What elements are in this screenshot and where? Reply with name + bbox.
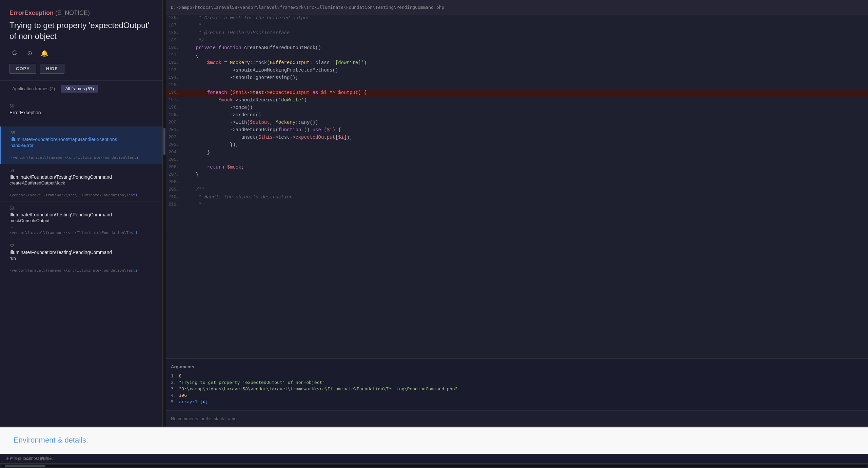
code-line: 207. }: [163, 172, 868, 179]
app-frames-button[interactable]: Application frames (2): [9, 85, 58, 93]
code-line: 192. $mock = Mockery::mock(BufferedOutpu…: [163, 60, 868, 67]
frame-class: Illuminate\Foundation\Testing\PendingCom…: [9, 174, 153, 180]
code-line: 191. {: [163, 52, 868, 60]
bottom-scrollbar[interactable]: [0, 463, 868, 468]
code-line: 208.: [163, 179, 868, 187]
code-line: 205.: [163, 157, 868, 164]
frame-item[interactable]: 53 Illuminate\Foundation\Testing\Pending…: [0, 202, 162, 239]
bottom-scroll-thumb: [5, 465, 45, 467]
frame-number: 55: [11, 131, 153, 135]
frame-dots: ...: [9, 223, 153, 229]
frames-list: 56 ErrorException ... 55 Illuminate\Foun…: [0, 97, 162, 427]
error-message: Trying to get property 'expectedOutput' …: [9, 20, 153, 42]
frame-method: run: [9, 256, 153, 261]
bottom-scroll-track: [1, 465, 867, 467]
frame-class: Illuminate\Foundation\Bootstrap\HandleEx…: [11, 137, 153, 142]
frame-class: Illuminate\Foundation\Testing\PendingCom…: [9, 250, 153, 255]
google-icon[interactable]: G: [9, 48, 20, 58]
error-code: (E_NOTICE): [55, 9, 90, 16]
hide-button[interactable]: HIDE: [40, 64, 64, 74]
copy-button[interactable]: COPY: [9, 64, 36, 74]
frame-item[interactable]: 52 Illuminate\Foundation\Testing\Pending…: [0, 239, 162, 277]
code-line: 193. ->shouldAllowMockingProtectedMethod…: [163, 67, 868, 75]
code-line: 202. unset($this->test->expectedOutput[$…: [163, 134, 868, 142]
status-text: 正在等待 localhost 的响应...: [5, 456, 56, 462]
frame-dots: ...: [9, 261, 153, 267]
argument-line: 3. "D:\xampp\htdocs\Laravel58\vendor\lar…: [171, 386, 860, 392]
argument-line: 1. 8: [171, 373, 860, 379]
code-line: 187. *: [163, 22, 868, 30]
frame-number: 52: [9, 243, 153, 248]
code-line: 188. * @return \Mockery\MockInterface: [163, 30, 868, 37]
error-icons: G ⊙ 🔔: [9, 48, 153, 58]
left-scrollbar[interactable]: [163, 0, 166, 427]
share-icon[interactable]: 🔔: [39, 48, 50, 58]
code-line: 211. *: [163, 201, 868, 209]
frame-item[interactable]: 55 Illuminate\Foundation\Bootstrap\Handl…: [0, 126, 162, 164]
no-comments: No comments for this stack frame.: [163, 410, 868, 427]
error-type: ErrorException (E_NOTICE): [9, 9, 153, 17]
code-viewer[interactable]: 186. * Create a mock for the buffered ou…: [163, 15, 868, 358]
stackoverflow-icon[interactable]: ⊙: [24, 48, 35, 58]
frame-path: \vendor\laravel\framework\src\Illuminate…: [9, 231, 153, 235]
code-line: 206. return $mock;: [163, 164, 868, 172]
frame-path: \vendor\laravel\framework\src\Illuminate…: [9, 193, 153, 197]
environment-section: Environment & details:: [0, 427, 868, 454]
code-line: 200. ->with($output, Mockery::any()): [163, 119, 868, 127]
code-line: 197. $mock->shouldReceive('doWrite'): [163, 97, 868, 104]
frame-class: ErrorException: [9, 110, 153, 115]
frame-class: Illuminate\Foundation\Testing\PendingCom…: [9, 212, 153, 217]
arguments-section: Arguments 1. 8 2. "Trying to get propert…: [163, 358, 868, 410]
code-line: 190. private function createABufferedOut…: [163, 45, 868, 52]
code-line: 201. ->andReturnUsing(function () use ($…: [163, 127, 868, 134]
frame-method: createABufferedOutputMock: [9, 180, 153, 186]
error-header: ErrorException (E_NOTICE) Trying to get …: [0, 0, 162, 81]
frame-method: handleError: [11, 143, 153, 148]
code-line: 186. * Create a mock for the buffered ou…: [163, 15, 868, 22]
environment-title: Environment & details:: [14, 436, 854, 445]
code-line: 199. ->ordered(): [163, 112, 868, 119]
code-line: 189. */: [163, 37, 868, 45]
code-line-highlighted: 196. foreach ($this->test->expectedOutpu…: [163, 90, 868, 97]
code-line: 209. /**: [163, 187, 868, 194]
frame-path: \vendor\laravel\framework\src\Illuminate…: [11, 155, 153, 160]
error-class: ErrorException: [9, 9, 54, 16]
code-file-path: D:\xampp\htdocs\Laravel58\vendor\laravel…: [163, 0, 868, 15]
frame-number: 54: [9, 168, 153, 173]
status-bar: 正在等待 localhost 的响应...: [0, 454, 868, 463]
frame-dots: ...: [11, 148, 153, 154]
argument-line: 5. array:1 [▶]: [171, 398, 860, 405]
frame-item[interactable]: 56 ErrorException ...: [0, 100, 162, 126]
frame-number: 53: [9, 206, 153, 211]
frame-path: \vendor\laravel\framework\src\Illuminate…: [9, 268, 153, 273]
all-frames-button[interactable]: All frames (57): [61, 85, 98, 93]
frame-dots: ...: [9, 186, 153, 192]
frame-dots: ...: [9, 116, 153, 122]
code-line: 198. ->once(): [163, 104, 868, 112]
code-line: 203. });: [163, 142, 868, 149]
frames-toggle: Application frames (2) All frames (57): [0, 81, 162, 97]
frame-number: 56: [9, 104, 153, 109]
code-line: 194. ->shouldIgnoreMissing();: [163, 75, 868, 82]
frame-item[interactable]: 54 Illuminate\Foundation\Testing\Pending…: [0, 164, 162, 202]
arguments-title: Arguments: [171, 364, 860, 369]
frame-method: mockConsoleOutput: [9, 218, 153, 223]
argument-line: 2. "Trying to get property 'expectedOutp…: [171, 379, 860, 386]
argument-line: 4. 196: [171, 392, 860, 398]
action-buttons: COPY HIDE: [9, 64, 153, 74]
code-line: 210. * Handle the object's destruction.: [163, 194, 868, 201]
code-line: 195.: [163, 82, 868, 90]
code-line: 204. }: [163, 149, 868, 157]
